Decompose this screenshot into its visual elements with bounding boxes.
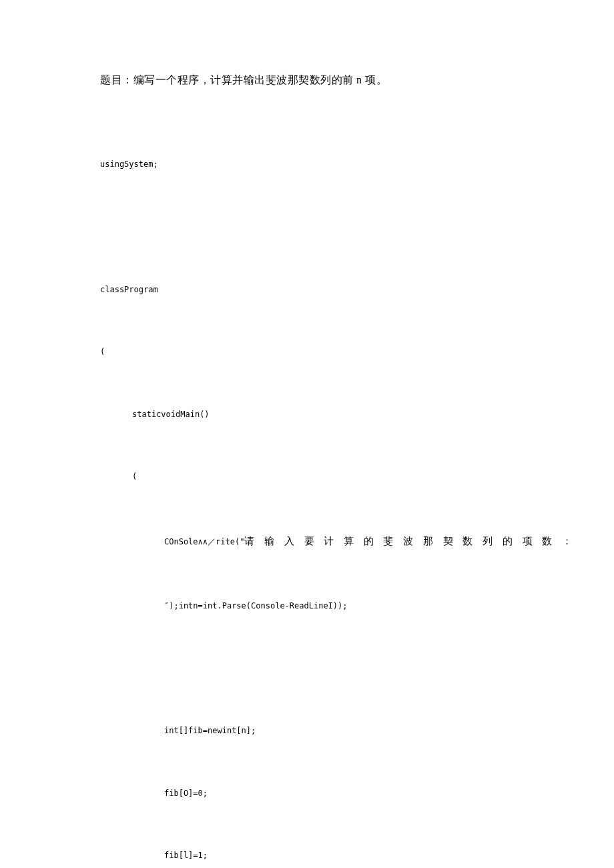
code-text: COnSole∧∧／rite(" xyxy=(164,537,244,546)
code-line: COnSole∧∧／rite("请 输 入 要 计 算 的 斐 波 那 契 数 … xyxy=(100,529,514,554)
code-line: ″);intn=int.Parse(Console-ReadLineI)); xyxy=(100,596,514,616)
problem-title: 题目：编写一个程序，计算并输出斐波那契数列的前 n 项。 xyxy=(100,73,514,87)
code-line: usingSystem; xyxy=(100,154,514,175)
code-line xyxy=(100,658,514,679)
code-block: usingSystem; classProgram ( staticvoidMa… xyxy=(100,113,514,868)
code-text-cjk: 请 输 入 要 计 算 的 斐 波 那 契 数 列 的 项 数 ： xyxy=(244,536,574,546)
code-line: fib[O]=0; xyxy=(100,783,514,804)
code-line: classProgram xyxy=(100,280,514,300)
code-line xyxy=(100,217,514,238)
code-line: fib[l]=1; xyxy=(100,845,514,866)
code-line: ( xyxy=(100,342,514,362)
document-page: 题目：编写一个程序，计算并输出斐波那契数列的前 n 项。 usingSystem… xyxy=(0,0,614,868)
code-line: ( xyxy=(100,466,514,487)
code-line: staticvoidMain() xyxy=(100,404,514,425)
code-line: int[]fib=newint[n]; xyxy=(100,721,514,741)
